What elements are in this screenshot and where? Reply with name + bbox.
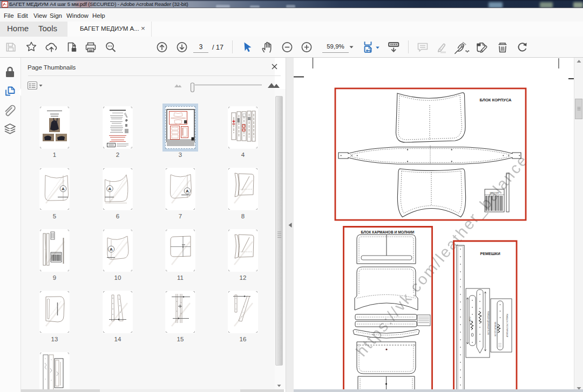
svg-text:БЛОК КАРМАНОВ И МОЛНИИ: БЛОК КАРМАНОВ И МОЛНИИ: [361, 230, 415, 234]
svg-text:БЛОК КОРПУСА: БЛОК КОРПУСА: [479, 98, 512, 102]
svg-text:РЕМЕШКИ: РЕМЕШКИ: [480, 251, 500, 256]
svg-text:РЕМЕШОК С РЕГУЛИРОВКОЙ: РЕМЕШОК С РЕГУЛИРОВКОЙ: [506, 314, 508, 337]
svg-text:https://vk.com/leather_balance: https://vk.com/leather_balance: [352, 151, 532, 360]
svg-text:A: A: [110, 247, 113, 252]
svg-text:РЕМЕШОК ДЛИННЫЙ 75 СМ: РЕМЕШОК ДЛИННЫЙ 75 СМ: [487, 311, 489, 335]
svg-text:MINIMUM 125 CM: MINIMUM 125 CM: [494, 322, 496, 336]
svg-text:75 СМ: 75 СМ: [469, 317, 471, 321]
svg-text:КИСТОЧКИ: КИСТОЧКИ: [490, 192, 500, 194]
svg-text:A: A: [109, 187, 112, 191]
svg-text:A: A: [186, 189, 189, 194]
svg-text:A: A: [62, 187, 65, 191]
